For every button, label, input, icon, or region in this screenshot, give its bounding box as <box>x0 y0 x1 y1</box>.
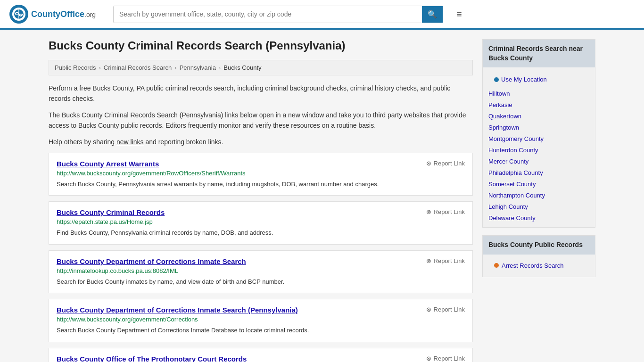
result-url: http://www.buckscounty.org/government/Ro… <box>57 170 465 177</box>
sidebar-item-arrest-records[interactable]: Arrest Records Search <box>483 258 595 273</box>
breadcrumb-criminal-records[interactable]: Criminal Records Search <box>104 64 172 71</box>
sidebar-bucks-list: Arrest Records Search <box>483 255 595 277</box>
description-para3: Help others by sharing new links and rep… <box>49 137 473 147</box>
description-para2: The Bucks County Criminal Records Search… <box>49 110 473 131</box>
new-links-link[interactable]: new links <box>116 138 144 146</box>
sidebar-nearby-list: Use My Location Hilltown Perkasie Quaker… <box>483 67 595 227</box>
search-button[interactable]: 🔍 <box>422 6 443 23</box>
breadcrumb-public-records[interactable]: Public Records <box>55 64 96 71</box>
report-link-button[interactable]: ⊗ Report Link <box>426 208 465 215</box>
sidebar-item-perkasie[interactable]: Perkasie <box>483 99 595 110</box>
sidebar-item-use-location[interactable]: Use My Location <box>483 71 595 88</box>
main-container: Bucks County Criminal Records Search (Pe… <box>39 30 605 362</box>
result-desc: Search Bucks County Department of Correc… <box>57 326 465 335</box>
breadcrumb-sep-3: › <box>219 64 221 71</box>
sidebar-title-bucks: Bucks County Public Records <box>483 236 595 255</box>
sidebar-item-northampton[interactable]: Northampton County <box>483 189 595 201</box>
orange-dot-icon <box>494 263 499 268</box>
result-desc: Find Bucks County, Pennsylvania criminal… <box>57 228 465 238</box>
report-icon: ⊗ <box>426 257 431 264</box>
result-desc: Search for Bucks County inmates by name,… <box>57 277 465 287</box>
result-title-link[interactable]: Bucks County Criminal Records <box>57 208 165 216</box>
sidebar-item-lehigh[interactable]: Lehigh County <box>483 201 595 212</box>
search-bar: 🔍 <box>113 6 443 23</box>
report-icon: ⊗ <box>426 355 431 362</box>
result-url: https://epatch.state.pa.us/Home.jsp <box>57 218 465 225</box>
result-url: http://inmatelookup.co.bucks.pa.us:8082/… <box>57 267 465 274</box>
search-input[interactable] <box>114 7 422 22</box>
page-title: Bucks County Criminal Records Search (Pe… <box>49 39 473 52</box>
breadcrumb-pennsylvania[interactable]: Pennsylvania <box>180 64 216 71</box>
result-header: Bucks County Office of The Prothonotary … <box>57 355 465 362</box>
report-icon: ⊗ <box>426 160 431 167</box>
arrest-records-link[interactable]: Arrest Records Search <box>502 262 564 269</box>
report-icon: ⊗ <box>426 306 431 313</box>
result-url: http://www.buckscounty.org/government/Co… <box>57 316 465 323</box>
sidebar-item-quakertown[interactable]: Quakertown <box>483 110 595 122</box>
description-para1: Perform a free Bucks County, PA public c… <box>49 83 473 104</box>
result-item: Bucks County Office of The Prothonotary … <box>49 348 473 362</box>
sidebar-item-philadelphia[interactable]: Philadelphia County <box>483 167 595 178</box>
result-item: Bucks County Department of Corrections I… <box>49 299 473 342</box>
site-header: CountyOffice.org 🔍 ≡ <box>0 0 644 30</box>
result-item: Bucks County Criminal Records ⊗ Report L… <box>49 201 473 245</box>
sidebar-item-hilltown[interactable]: Hilltown <box>483 88 595 99</box>
breadcrumb: Public Records › Criminal Records Search… <box>49 60 473 75</box>
result-header: Bucks County Department of Corrections I… <box>57 257 465 265</box>
sidebar-section-bucks: Bucks County Public Records Arrest Recor… <box>482 235 595 277</box>
sidebar-item-springtown[interactable]: Springtown <box>483 122 595 133</box>
search-icon: 🔍 <box>428 10 437 18</box>
sidebar: Criminal Records Search near Bucks Count… <box>482 39 595 362</box>
sidebar-section-nearby: Criminal Records Search near Bucks Count… <box>482 39 595 228</box>
sidebar-title-nearby: Criminal Records Search near Bucks Count… <box>483 40 595 67</box>
result-title-link[interactable]: Bucks County Office of The Prothonotary … <box>57 355 247 362</box>
result-title-link[interactable]: Bucks County Department of Corrections I… <box>57 257 246 265</box>
report-link-button[interactable]: ⊗ Report Link <box>426 355 465 362</box>
sidebar-item-delaware[interactable]: Delaware County <box>483 212 595 223</box>
report-link-button[interactable]: ⊗ Report Link <box>426 257 465 264</box>
menu-button[interactable]: ≡ <box>453 5 466 24</box>
result-header: Bucks County Criminal Records ⊗ Report L… <box>57 208 465 216</box>
breadcrumb-current: Bucks County <box>223 64 261 71</box>
breadcrumb-sep-2: › <box>174 64 176 71</box>
result-item: Bucks County Department of Corrections I… <box>49 250 473 294</box>
result-item: Bucks County Arrest Warrants ⊗ Report Li… <box>49 153 473 196</box>
use-location-link[interactable]: Use My Location <box>501 76 547 83</box>
content-area: Bucks County Criminal Records Search (Pe… <box>49 39 473 362</box>
logo-area: CountyOffice.org <box>9 5 104 24</box>
result-header: Bucks County Department of Corrections I… <box>57 306 465 314</box>
results-list: Bucks County Arrest Warrants ⊗ Report Li… <box>49 153 473 362</box>
breadcrumb-sep-1: › <box>99 64 100 71</box>
report-icon: ⊗ <box>426 208 431 215</box>
result-desc: Search Bucks County, Pennsylvania arrest… <box>57 180 465 189</box>
sidebar-item-mercer[interactable]: Mercer County <box>483 156 595 167</box>
logo-icon <box>9 5 28 24</box>
location-dot-icon <box>494 77 499 82</box>
sidebar-item-hunterdon[interactable]: Hunterdon County <box>483 144 595 156</box>
report-link-button[interactable]: ⊗ Report Link <box>426 306 465 313</box>
sidebar-item-montgomery[interactable]: Montgomery County <box>483 133 595 144</box>
report-link-button[interactable]: ⊗ Report Link <box>426 160 465 167</box>
result-header: Bucks County Arrest Warrants ⊗ Report Li… <box>57 160 465 168</box>
result-title-link[interactable]: Bucks County Arrest Warrants <box>57 160 159 168</box>
hamburger-icon: ≡ <box>456 9 462 19</box>
sidebar-item-somerset[interactable]: Somerset County <box>483 178 595 189</box>
result-title-link[interactable]: Bucks County Department of Corrections I… <box>57 306 298 314</box>
logo-text: CountyOffice.org <box>31 9 96 19</box>
